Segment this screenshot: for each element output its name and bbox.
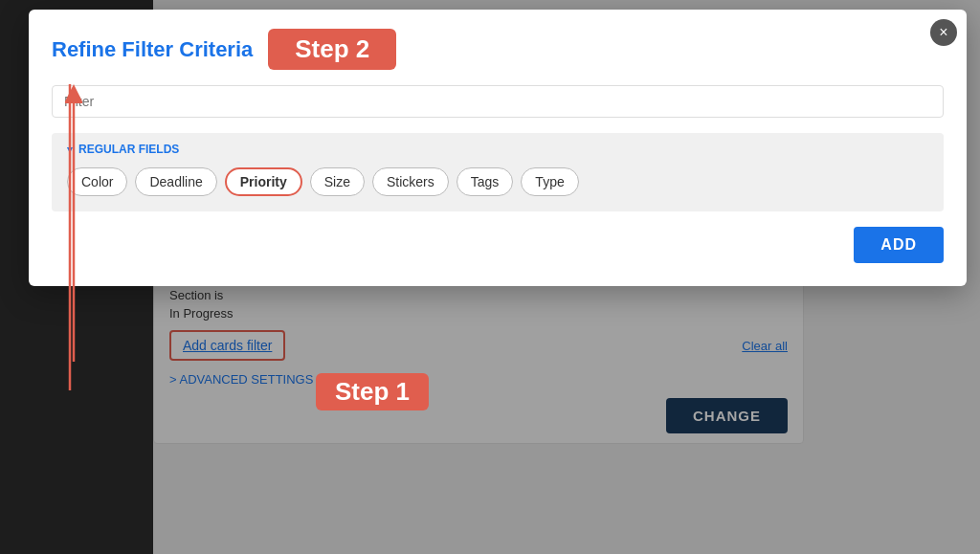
modal-header: Refine Filter Criteria Step 2: [52, 29, 944, 70]
modal-title: Refine Filter Criteria: [52, 37, 253, 62]
field-chip-stickers[interactable]: Stickers: [372, 167, 449, 196]
filter-input-wrap: [52, 85, 944, 118]
add-button[interactable]: ADD: [854, 227, 944, 263]
regular-fields-header: ▾ REGULAR FIELDS: [67, 143, 928, 156]
field-chip-priority[interactable]: Priority: [225, 167, 302, 196]
modal-close-button[interactable]: ×: [930, 19, 957, 46]
field-chip-tags[interactable]: Tags: [457, 167, 514, 196]
field-chip-type[interactable]: Type: [521, 167, 578, 196]
field-chip-color[interactable]: Color: [67, 167, 127, 196]
field-chip-size[interactable]: Size: [310, 167, 365, 196]
regular-fields-label-text: REGULAR FIELDS: [78, 143, 179, 156]
regular-fields-section: ▾ REGULAR FIELDS ColorDeadlinePrioritySi…: [52, 133, 944, 211]
field-chips-container: ColorDeadlinePrioritySizeStickersTagsTyp…: [67, 167, 928, 196]
field-chip-deadline[interactable]: Deadline: [135, 167, 216, 196]
step2-badge: Step 2: [268, 29, 396, 70]
add-button-row: ADD: [52, 227, 944, 263]
modal-dialog: Refine Filter Criteria Step 2 × ▾ REGULA…: [29, 10, 967, 286]
filter-input[interactable]: [52, 85, 944, 118]
collapse-icon[interactable]: ▾: [67, 144, 73, 156]
